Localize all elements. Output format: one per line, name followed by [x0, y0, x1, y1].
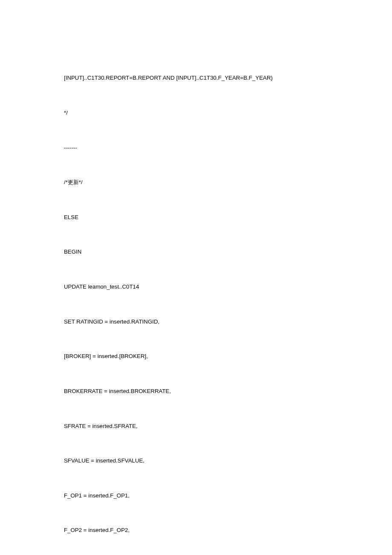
code-line: ELSE: [64, 211, 328, 223]
code-line: /*更新*/: [64, 176, 328, 188]
code-line: F_OP2 = inserted.F_OP2,: [64, 524, 328, 536]
code-line: SFRATE = inserted.SFRATE,: [64, 420, 328, 432]
code-line: [INPUT]..C1T30.REPORT=B.REPORT AND [INPU…: [64, 72, 328, 84]
document-page: [INPUT]..C1T30.REPORT=B.REPORT AND [INPU…: [0, 0, 392, 555]
code-line: UPDATE leamon_test..C0T14: [64, 281, 328, 292]
code-line: */: [64, 107, 328, 119]
code-line: BEGIN: [64, 246, 328, 257]
code-line: SFVALUE = inserted.SFVALUE,: [64, 455, 328, 466]
code-line: F_OP1 = inserted.F_OP1,: [64, 490, 328, 501]
code-line: SET RATINGID = inserted.RATINGID,: [64, 316, 328, 327]
code-line: -------: [64, 142, 328, 153]
code-line: [BROKER] = inserted.[BROKER],: [64, 350, 328, 362]
code-line: BROKERRATE = inserted.BROKERRATE,: [64, 385, 328, 397]
